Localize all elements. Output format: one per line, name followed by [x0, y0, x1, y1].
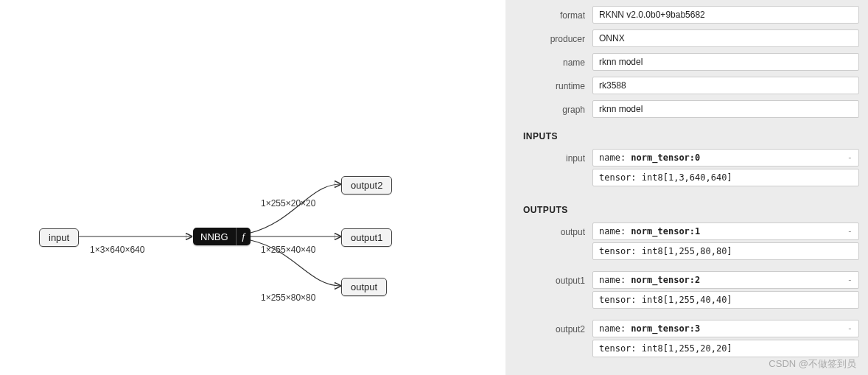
output-row: output1 name: norm_tensor:2 - tensor: in… — [505, 268, 868, 314]
io-name[interactable]: name: norm_tensor:0 - — [592, 149, 859, 167]
io-tensor: tensor: int8[1,3,640,640] — [592, 169, 859, 186]
label-name: name — [505, 53, 592, 68]
node-op-attr[interactable]: f — [236, 228, 251, 245]
edge-label-out: 1×255×80×80 — [261, 292, 315, 303]
value-name: rknn model — [592, 53, 859, 71]
section-inputs: INPUTS — [505, 121, 868, 146]
label-graph: graph — [505, 100, 592, 115]
io-tensor: tensor: int8[1,255,80,80] — [592, 242, 859, 260]
label-runtime: runtime — [505, 77, 592, 91]
io-label: output — [505, 222, 592, 262]
collapse-icon[interactable]: - — [847, 153, 853, 163]
node-input[interactable]: input — [39, 228, 79, 247]
properties-panel: format RKNN v2.0.0b0+9bab5682 producer O… — [505, 0, 868, 375]
edge-label-input: 1×3×640×640 — [90, 245, 144, 255]
graph-canvas: input NNBG f output2 output1 output 1×3×… — [0, 0, 505, 375]
value-graph: rknn model — [592, 100, 859, 118]
collapse-icon[interactable]: - — [847, 275, 853, 285]
node-output[interactable]: output — [341, 278, 387, 296]
io-name[interactable]: name: norm_tensor:2 - — [592, 271, 859, 289]
value-runtime: rk3588 — [592, 77, 859, 94]
label-format: format — [505, 6, 592, 21]
io-label: output2 — [505, 320, 592, 360]
label-producer: producer — [505, 29, 592, 44]
collapse-icon[interactable]: - — [847, 226, 853, 236]
io-tensor: tensor: int8[1,255,40,40] — [592, 291, 859, 309]
edge-label-out1: 1×255×40×40 — [261, 245, 315, 255]
collapse-icon[interactable]: - — [847, 323, 853, 334]
output-row: output name: norm_tensor:1 - tensor: int… — [505, 220, 868, 265]
section-outputs: OUTPUTS — [505, 194, 868, 220]
io-tensor: tensor: int8[1,255,20,20] — [592, 340, 859, 357]
node-op-nnbg[interactable]: NNBG f — [193, 228, 251, 245]
node-output1[interactable]: output1 — [341, 228, 392, 247]
value-producer: ONNX — [592, 29, 859, 47]
graph-edges — [0, 0, 505, 375]
io-label: input — [505, 149, 592, 189]
edge-label-out2: 1×255×20×20 — [261, 198, 315, 208]
node-op-label: NNBG — [193, 228, 236, 245]
node-output2[interactable]: output2 — [341, 176, 392, 194]
io-name[interactable]: name: norm_tensor:3 - — [592, 320, 859, 337]
io-label: output1 — [505, 271, 592, 311]
output-row: output2 name: norm_tensor:3 - tensor: in… — [505, 317, 868, 362]
input-row: input name: norm_tensor:0 - tensor: int8… — [505, 146, 868, 192]
io-name[interactable]: name: norm_tensor:1 - — [592, 222, 859, 240]
value-format: RKNN v2.0.0b0+9bab5682 — [592, 6, 859, 24]
